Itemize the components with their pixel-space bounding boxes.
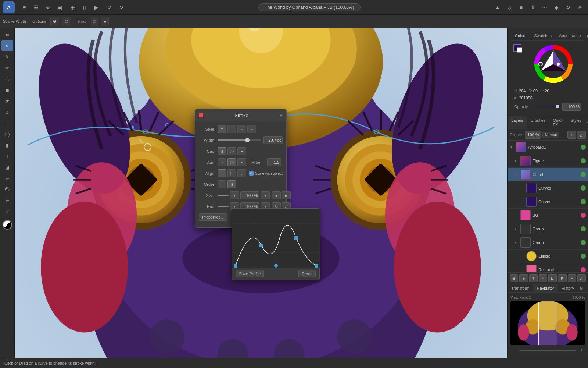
curves1-vis[interactable] xyxy=(581,185,586,191)
layers-opacity-input[interactable]: 100 % xyxy=(525,131,541,139)
cloud-expand[interactable]: ▼ xyxy=(514,173,519,176)
poly-tool[interactable]: ▮ xyxy=(1,140,13,150)
reset-button[interactable]: Reset xyxy=(298,270,316,277)
effects-tool[interactable]: ☹ xyxy=(1,184,13,194)
fill-tool[interactable]: ◼ xyxy=(1,85,13,95)
grid-icon[interactable]: ▦ xyxy=(68,2,78,13)
rectangle-vis[interactable] xyxy=(581,267,586,272)
stroke-titlebar[interactable]: Stroke ≡ xyxy=(195,109,286,121)
snap-btn1[interactable]: □ xyxy=(91,17,98,26)
width-value-input[interactable]: 20.7 pt xyxy=(263,136,283,144)
pressure-curve-canvas[interactable] xyxy=(232,209,320,268)
layer-action-6[interactable]: ◤ xyxy=(558,274,566,282)
transform-tab[interactable]: Transform xyxy=(508,284,533,292)
share-icon[interactable]: ▲ xyxy=(492,2,503,13)
styles-tab[interactable]: Styles xyxy=(567,116,585,129)
hex-value[interactable]: 201058 xyxy=(519,96,533,100)
layout-icon[interactable]: ■ xyxy=(516,2,526,13)
rect-tool[interactable]: ▭ xyxy=(1,118,13,128)
brushes-tab[interactable]: Brushes xyxy=(527,116,549,129)
layer-action-5[interactable]: ◣ xyxy=(548,274,557,282)
layer-item-group2[interactable]: ► Group xyxy=(508,236,588,250)
layer-item-bg[interactable]: ► BG xyxy=(508,209,588,222)
save-profile-button[interactable]: Save Profile xyxy=(236,270,264,277)
appearance-tab[interactable]: Appearance xyxy=(555,32,584,40)
delete-layer-btn[interactable]: ◭ xyxy=(577,131,586,139)
swatches-tab[interactable]: Swatches xyxy=(530,32,555,40)
target-icon[interactable]: ▶ xyxy=(91,2,101,13)
more-icon[interactable]: ⋯ xyxy=(539,2,550,13)
bg-vis[interactable] xyxy=(581,213,586,218)
layer-action-2[interactable]: ■ xyxy=(519,274,528,282)
style-dot-btn[interactable]: ⎼ xyxy=(247,125,256,133)
opacity-value-input[interactable]: 100 % xyxy=(562,103,581,111)
layer-item-group1[interactable]: ► Group xyxy=(508,222,588,236)
start-dropdown-btn[interactable]: ▼ xyxy=(230,191,239,199)
color-tool[interactable] xyxy=(3,220,12,230)
layer-action-8[interactable]: ◭ xyxy=(577,274,586,282)
zoom-slider[interactable] xyxy=(519,350,576,351)
panel-settings-icon[interactable]: ⚙ xyxy=(578,284,585,292)
export-icon[interactable]: ⇩ xyxy=(528,2,538,13)
layer-action-1[interactable]: ◆ xyxy=(510,274,518,282)
group2-vis[interactable] xyxy=(581,240,586,245)
layer-item-cloud[interactable]: ▼ Cloud xyxy=(508,168,588,181)
crop-tool[interactable]: ⍋ xyxy=(1,107,13,117)
undo-icon[interactable]: ↺ xyxy=(104,2,115,13)
canvas-area[interactable]: ↖ Stroke ≡ Style: ✕ ⎯ xyxy=(15,28,507,358)
start-value-input[interactable]: 100 % xyxy=(240,191,259,199)
layer-item-curves1[interactable]: ► Curves xyxy=(508,181,588,195)
layers-settings-icon[interactable]: ⚙ xyxy=(585,119,588,126)
layers-tab[interactable]: Layers xyxy=(508,116,527,129)
group1-vis[interactable] xyxy=(581,226,586,231)
add-layer-btn[interactable]: + xyxy=(567,131,576,139)
sync-icon[interactable]: ↻ xyxy=(563,2,573,13)
style-dash-btn[interactable]: ⎼ xyxy=(237,125,246,133)
curves2-vis[interactable] xyxy=(581,199,586,204)
options-btn1[interactable]: ◕ xyxy=(50,17,59,26)
node-tool[interactable]: ◊ xyxy=(1,40,13,51)
view-icon[interactable]: ◇ xyxy=(504,2,514,13)
snap-btn2[interactable]: ■ xyxy=(101,17,109,26)
gradient-tool[interactable]: ◢ xyxy=(1,162,13,172)
ellipse-tool[interactable]: ◯ xyxy=(1,129,13,139)
opacity-thumb[interactable] xyxy=(556,105,559,108)
layer-item-artboard1[interactable]: ▼ Artboard1 xyxy=(508,141,588,154)
artboard1-vis[interactable] xyxy=(581,145,586,150)
layer-action-7[interactable]: + xyxy=(568,274,576,282)
layer-action-3[interactable]: ▼ xyxy=(529,274,538,282)
ellipse-vis[interactable] xyxy=(581,254,586,259)
align-center-btn[interactable]: ⎹ xyxy=(218,169,226,177)
frame-icon[interactable]: ▯ xyxy=(79,2,90,13)
start-pct-dropdown[interactable]: ▼ xyxy=(261,191,270,199)
hand-tool[interactable]: ☞ xyxy=(1,206,13,216)
background-swatch[interactable] xyxy=(517,47,522,53)
opacity-slider[interactable] xyxy=(530,106,560,107)
history-tab[interactable]: History xyxy=(558,284,578,292)
navigator-thumbnail[interactable] xyxy=(510,301,585,345)
scale-checkbox[interactable]: ✓ xyxy=(249,171,254,176)
join-bevel-btn[interactable]: ▲ xyxy=(237,158,246,166)
text-tool[interactable]: T xyxy=(1,151,13,161)
quick-fx-tab[interactable]: Quick FX xyxy=(549,116,567,129)
cap-round-btn[interactable]: ◯ xyxy=(227,147,236,155)
new-doc-icon[interactable]: ☷ xyxy=(31,2,41,13)
figure-expand[interactable]: ► xyxy=(514,159,519,163)
layer-item-ellipse[interactable]: ► Ellipse xyxy=(508,250,588,263)
blend-mode-select[interactable]: Normal xyxy=(542,132,559,138)
pen-tool[interactable]: ✎ xyxy=(1,52,13,62)
color-wheel-svg[interactable] xyxy=(533,44,574,84)
panel-menu-icon[interactable]: ≡ xyxy=(586,284,588,292)
eyedropper-tool[interactable]: ★ xyxy=(1,96,13,106)
cap-butt-btn[interactable]: ▮ xyxy=(218,147,226,155)
group1-expand[interactable]: ► xyxy=(514,227,519,231)
zoom-in-icon[interactable]: + xyxy=(578,347,585,353)
color-settings-icon[interactable]: ⚙ xyxy=(584,32,588,40)
cap-square-btn[interactable]: ■ xyxy=(237,147,246,155)
group2-expand[interactable]: ► xyxy=(514,241,519,244)
select-tool[interactable]: ⇦ xyxy=(1,29,13,40)
view2-icon[interactable]: ◆ xyxy=(551,2,562,13)
start-right-btn[interactable]: ► xyxy=(282,191,291,199)
options-btn2[interactable]: ◔ xyxy=(62,17,71,26)
order-above-btn[interactable]: ▮ xyxy=(227,180,236,188)
